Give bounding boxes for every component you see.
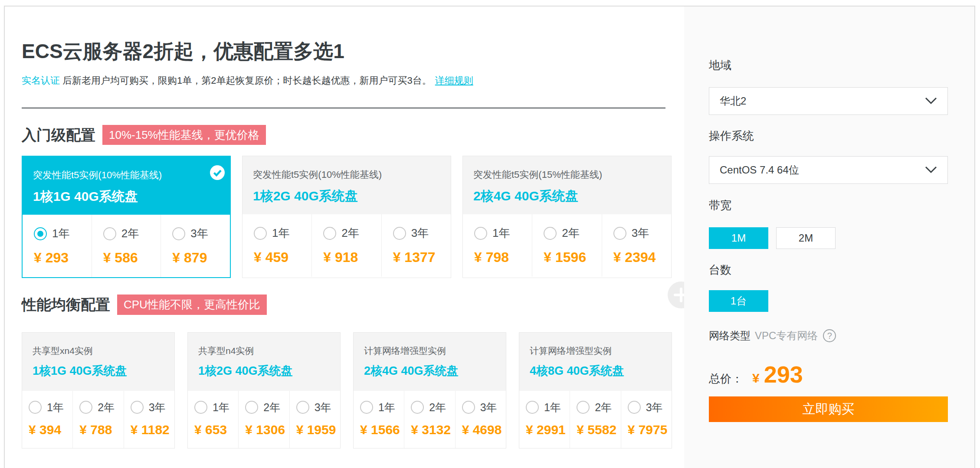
term-radio-row: 1年 — [526, 400, 570, 415]
count-option-1[interactable]: 1台 — [709, 290, 768, 312]
term-radio-row: 3年 — [296, 400, 340, 415]
term-label: 3年 — [190, 226, 208, 241]
section-badge: 10%-15%性能基线，更优价格 — [102, 125, 266, 145]
term-radio[interactable] — [245, 401, 258, 414]
term-label: 3年 — [632, 226, 649, 241]
instance-card[interactable]: 共享型n4实例 1核2G 40G系统盘 1年 ¥ 653 2年 ¥ 1306 3… — [187, 332, 341, 448]
term-option[interactable]: 3年 ¥ 2394 — [602, 214, 671, 277]
term-price: ¥ 1377 — [393, 249, 451, 265]
term-radio[interactable] — [474, 227, 487, 240]
order-sidebar: 地域 华北2 操作系统 CentOS 7.4 64位 带宽 1M 2M 台数 1… — [684, 7, 974, 468]
term-radio[interactable] — [360, 401, 373, 414]
term-radio[interactable] — [79, 401, 92, 414]
instance-spec: 1核2G 40G系统盘 — [198, 363, 340, 379]
term-price: ¥ 1306 — [245, 422, 289, 437]
term-price: ¥ 1596 — [544, 249, 601, 265]
term-option[interactable]: 1年 ¥ 653 — [188, 391, 238, 448]
main-content: ECS云服务器2折起，优惠配置多选1 实名认证后新老用户均可购买，限购1单，第2… — [5, 39, 684, 448]
term-option[interactable]: 2年 ¥ 5582 — [570, 391, 620, 448]
os-label: 操作系统 — [709, 129, 948, 144]
instance-name: 共享型n4实例 — [198, 345, 340, 357]
term-option[interactable]: 1年 ¥ 798 — [463, 214, 532, 277]
term-option[interactable]: 3年 ¥ 879 — [161, 215, 230, 277]
instance-card[interactable]: 突发性能t5实例(10%性能基线) 1核2G 40G系统盘 1年 ¥ 459 2… — [242, 156, 451, 278]
term-price: ¥ 394 — [29, 422, 72, 437]
term-option[interactable]: 2年 ¥ 586 — [92, 215, 161, 277]
total-currency: ¥ — [752, 371, 760, 386]
selected-check-icon — [210, 165, 225, 180]
term-radio[interactable] — [544, 227, 557, 240]
bandwidth-option-1m[interactable]: 1M — [709, 227, 768, 249]
term-label: 1年 — [52, 226, 69, 241]
term-option[interactable]: 2年 ¥ 1306 — [238, 391, 289, 448]
detail-rules-link[interactable]: 详细规则 — [435, 75, 473, 86]
term-option[interactable]: 1年 ¥ 293 — [23, 215, 92, 277]
term-radio-row: 2年 — [103, 226, 161, 241]
section-title: 入门级配置 — [22, 125, 95, 144]
term-price: ¥ 1182 — [131, 422, 174, 437]
section-header: 性能均衡配置 CPU性能不限，更高性价比 — [22, 295, 684, 315]
term-option[interactable]: 1年 ¥ 1566 — [354, 391, 404, 448]
instance-card[interactable]: 突发性能t5实例(10%性能基线) 1核1G 40G系统盘 1年 ¥ 293 2… — [22, 156, 231, 278]
term-price: ¥ 879 — [172, 250, 230, 266]
term-option[interactable]: 3年 ¥ 4698 — [455, 391, 506, 448]
term-radio-row: 1年 — [34, 226, 92, 241]
instance-card[interactable]: 突发性能t5实例(15%性能基线) 2核4G 40G系统盘 1年 ¥ 798 2… — [462, 156, 672, 278]
term-radio[interactable] — [628, 401, 641, 414]
realname-verify-link[interactable]: 实名认证 — [22, 75, 60, 86]
instance-card[interactable]: 共享型xn4实例 1核1G 40G系统盘 1年 ¥ 394 2年 ¥ 788 3… — [22, 332, 175, 448]
instance-card-head: 共享型xn4实例 1核1G 40G系统盘 — [22, 333, 174, 391]
term-label: 3年 — [646, 400, 663, 415]
instance-card[interactable]: 计算网络增强型实例 2核4G 40G系统盘 1年 ¥ 1566 2年 ¥ 313… — [353, 332, 506, 448]
term-radio[interactable] — [462, 401, 475, 414]
term-options: 1年 ¥ 394 2年 ¥ 788 3年 ¥ 1182 — [22, 391, 174, 448]
term-radio[interactable] — [254, 227, 267, 240]
term-radio[interactable] — [323, 227, 336, 240]
term-radio[interactable] — [526, 401, 539, 414]
term-radio-row: 3年 — [393, 226, 451, 241]
term-radio[interactable] — [194, 401, 207, 414]
term-radio[interactable] — [29, 401, 42, 414]
instance-name: 共享型xn4实例 — [33, 345, 174, 357]
term-label: 3年 — [149, 400, 166, 415]
term-radio[interactable] — [131, 401, 144, 414]
term-option[interactable]: 2年 ¥ 1596 — [532, 214, 601, 277]
term-label: 3年 — [480, 400, 497, 415]
instance-card[interactable]: 计算网络增强型实例 4核8G 40G系统盘 1年 ¥ 2991 2年 ¥ 558… — [519, 332, 672, 448]
term-options: 1年 ¥ 653 2年 ¥ 1306 3年 ¥ 1959 — [188, 391, 340, 448]
term-options: 1年 ¥ 459 2年 ¥ 918 3年 ¥ 1377 — [243, 214, 451, 277]
term-option[interactable]: 1年 ¥ 394 — [22, 391, 72, 448]
term-radio[interactable] — [34, 227, 47, 240]
term-option[interactable]: 2年 ¥ 3132 — [404, 391, 455, 448]
term-option[interactable]: 2年 ¥ 788 — [72, 391, 123, 448]
bandwidth-label: 带宽 — [709, 198, 948, 213]
term-radio[interactable] — [613, 227, 626, 240]
term-option[interactable]: 3年 ¥ 7975 — [621, 391, 672, 448]
term-radio[interactable] — [411, 401, 424, 414]
term-radio-row: 2年 — [411, 400, 455, 415]
instance-spec: 1核1G 40G系统盘 — [33, 188, 230, 206]
term-radio-row: 1年 — [360, 400, 404, 415]
section-badge: CPU性能不限，更高性价比 — [117, 295, 267, 315]
term-option[interactable]: 3年 ¥ 1182 — [124, 391, 174, 448]
term-radio[interactable] — [103, 227, 116, 240]
term-option[interactable]: 1年 ¥ 2991 — [519, 391, 570, 448]
total-amount: 293 — [764, 361, 803, 388]
buy-now-button[interactable]: 立即购买 — [709, 396, 948, 422]
os-select[interactable]: CentOS 7.4 64位 — [709, 156, 948, 184]
term-option[interactable]: 1年 ¥ 459 — [243, 214, 311, 277]
term-label: 1年 — [213, 400, 229, 415]
term-radio[interactable] — [393, 227, 406, 240]
region-select[interactable]: 华北2 — [709, 87, 948, 115]
card-list: 共享型xn4实例 1核1G 40G系统盘 1年 ¥ 394 2年 ¥ 788 3… — [22, 332, 684, 448]
term-radio[interactable] — [577, 401, 590, 414]
term-radio[interactable] — [296, 401, 309, 414]
instance-name: 计算网络增强型实例 — [530, 345, 672, 357]
chevron-down-icon — [925, 97, 937, 105]
term-option[interactable]: 3年 ¥ 1377 — [381, 214, 451, 277]
help-icon[interactable]: ? — [823, 329, 836, 342]
term-radio[interactable] — [172, 227, 185, 240]
bandwidth-option-2m[interactable]: 2M — [776, 227, 836, 249]
term-option[interactable]: 3年 ¥ 1959 — [289, 391, 340, 448]
term-option[interactable]: 2年 ¥ 918 — [311, 214, 381, 277]
